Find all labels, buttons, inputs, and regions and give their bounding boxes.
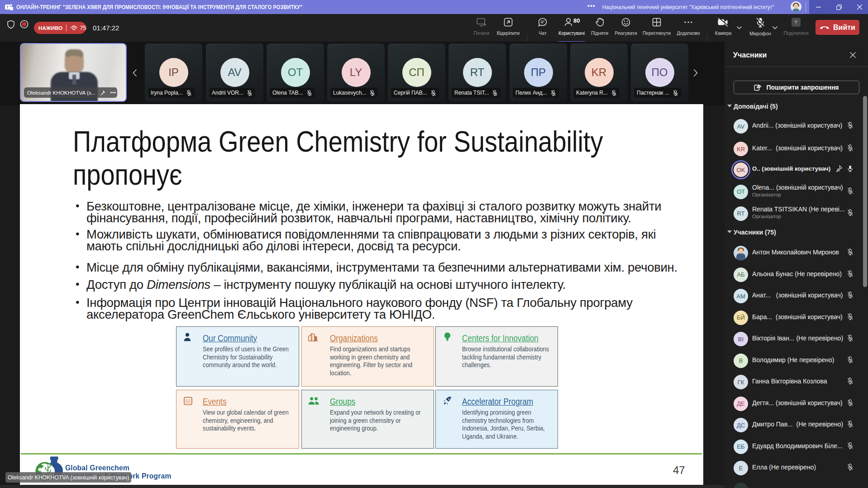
svg-text:80: 80 bbox=[573, 17, 580, 24]
svg-text:T: T bbox=[6, 5, 9, 10]
